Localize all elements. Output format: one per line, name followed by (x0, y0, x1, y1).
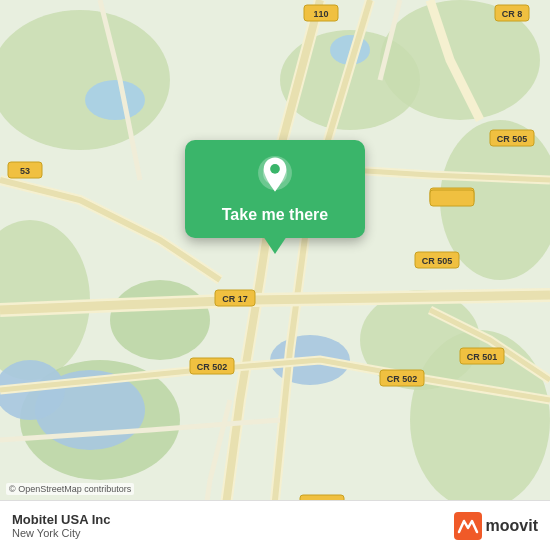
take-me-there-button[interactable]: Take me there (222, 206, 328, 224)
location-pin-icon (254, 156, 296, 198)
svg-point-40 (270, 164, 280, 174)
svg-text:CR 505: CR 505 (422, 256, 453, 266)
moovit-icon (454, 512, 482, 540)
svg-text:CR 501: CR 501 (467, 352, 498, 362)
osm-attribution: © OpenStreetMap contributors (6, 483, 134, 495)
svg-text:CR 17: CR 17 (222, 294, 248, 304)
svg-text:53: 53 (20, 166, 30, 176)
svg-text:CR 505: CR 505 (497, 134, 528, 144)
svg-text:CR 502: CR 502 (197, 362, 228, 372)
svg-point-8 (110, 280, 210, 360)
map-container: CR 17 CR 505 CR 502 CR 502 CR 501 110 CR… (0, 0, 550, 550)
popup-card: Take me there (185, 140, 365, 238)
svg-rect-31 (430, 190, 474, 206)
location-name: Mobitel USA Inc (12, 512, 110, 527)
location-info: Mobitel USA Inc New York City (12, 512, 110, 539)
moovit-text: moovit (486, 517, 538, 535)
svg-text:110: 110 (313, 9, 328, 19)
svg-point-14 (85, 80, 145, 120)
moovit-logo[interactable]: moovit (454, 512, 538, 540)
svg-text:CR 502: CR 502 (387, 374, 418, 384)
location-city: New York City (12, 527, 110, 539)
bottom-bar: Mobitel USA Inc New York City moovit (0, 500, 550, 550)
svg-text:CR 8: CR 8 (502, 9, 523, 19)
